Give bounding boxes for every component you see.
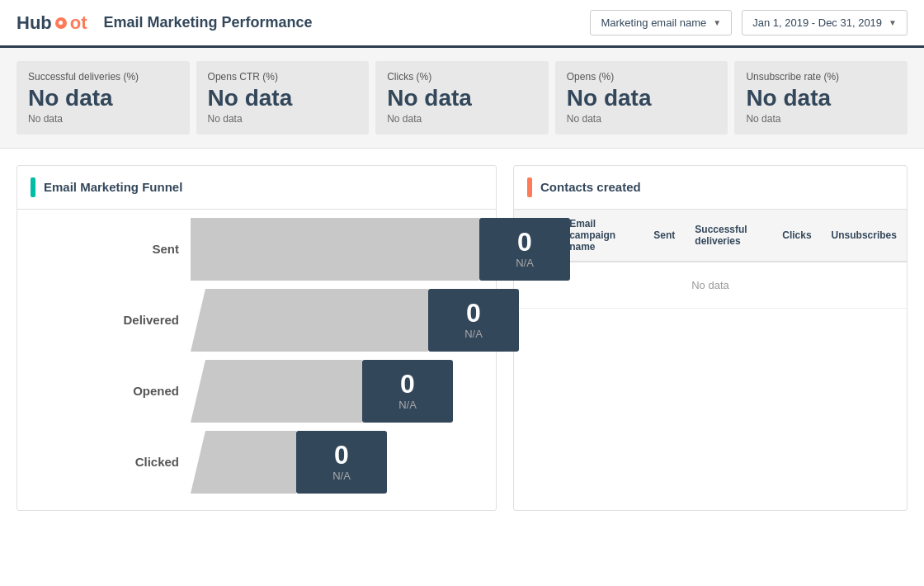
- main-content: Email Marketing Funnel Sent0N/ADelivered…: [0, 149, 924, 527]
- funnel-sub-0: N/A: [516, 257, 534, 269]
- svg-marker-2: [191, 360, 362, 423]
- contacts-table: Date ▼Email campaign nameSentSuccessful …: [514, 210, 907, 309]
- contacts-title: Contacts created: [540, 180, 641, 194]
- contacts-col-5: Unsubscribes: [822, 210, 907, 262]
- funnel-title: Email Marketing Funnel: [44, 180, 182, 194]
- logo-dot: [55, 17, 67, 29]
- email-name-arrow: ▼: [713, 18, 721, 27]
- kpi-label-0: Successful deliveries (%): [28, 71, 178, 83]
- kpi-subtext-2: No data: [387, 113, 537, 125]
- contacts-table-body: No data: [514, 262, 907, 309]
- kpi-card-3: Opens (%) No data No data: [555, 61, 728, 135]
- kpi-subtext-1: No data: [208, 113, 358, 125]
- funnel-value-box-0: 0N/A: [479, 218, 570, 281]
- funnel-num-3: 0: [334, 442, 349, 468]
- kpi-card-2: Clicks (%) No data No data: [375, 61, 549, 135]
- kpi-label-1: Opens CTR (%): [208, 71, 358, 83]
- kpi-subtext-3: No data: [567, 113, 717, 125]
- funnel-num-1: 0: [466, 300, 481, 326]
- funnel-section: Email Marketing Funnel Sent0N/ADelivered…: [16, 165, 497, 511]
- contacts-col-4: Clicks: [772, 210, 821, 262]
- contacts-accent: [527, 177, 532, 197]
- funnel-item-sent: Sent0N/A: [83, 218, 496, 281]
- email-name-dropdown[interactable]: Marketing email name ▼: [590, 10, 732, 35]
- funnel-value-box-2: 0N/A: [362, 360, 453, 423]
- funnel-sub-2: N/A: [398, 399, 417, 411]
- funnel-shape-wrap-0: 0N/A: [191, 218, 570, 281]
- logo-hub-text: Hub: [16, 12, 52, 34]
- svg-marker-3: [191, 431, 296, 494]
- funnel-sub-1: N/A: [464, 328, 483, 340]
- funnel-shape-wrap-2: 0N/A: [191, 360, 453, 423]
- page-title: Email Marketing Performance: [104, 14, 574, 31]
- funnel-visual: Sent0N/ADelivered0N/AOpened0N/AClicked0N…: [17, 210, 496, 510]
- kpi-card-0: Successful deliveries (%) No data No dat…: [16, 61, 190, 135]
- logo-spot-text: ot: [70, 12, 87, 34]
- contacts-table-head: Date ▼Email campaign nameSentSuccessful …: [514, 210, 907, 262]
- kpi-value-4: No data: [746, 86, 896, 111]
- email-name-label: Marketing email name: [601, 17, 706, 29]
- kpi-subtext-0: No data: [28, 113, 178, 125]
- funnel-label-1: Delivered: [83, 313, 191, 327]
- kpi-card-4: Unsubscribe rate (%) No data No data: [734, 61, 908, 135]
- no-data-row: No data: [514, 262, 907, 309]
- kpi-label-4: Unsubscribe rate (%): [746, 71, 896, 83]
- funnel-svg-3: [191, 431, 296, 494]
- svg-marker-1: [191, 289, 428, 352]
- funnel-item-clicked: Clicked0N/A: [83, 431, 496, 494]
- header: Hub ot Email Marketing Performance Marke…: [0, 0, 924, 48]
- kpi-subtext-4: No data: [746, 113, 896, 125]
- funnel-svg-0: [191, 218, 479, 281]
- contacts-section: Contacts created Date ▼Email campaign na…: [513, 165, 908, 511]
- funnel-shape-wrap-3: 0N/A: [191, 431, 387, 494]
- hubspot-logo: Hub ot: [16, 12, 87, 34]
- funnel-item-delivered: Delivered0N/A: [83, 289, 496, 352]
- kpi-label-3: Opens (%): [567, 71, 717, 83]
- kpi-section: Successful deliveries (%) No data No dat…: [0, 48, 924, 149]
- kpi-value-1: No data: [208, 86, 358, 111]
- kpi-value-0: No data: [28, 86, 178, 111]
- contacts-header: Contacts created: [514, 166, 907, 210]
- funnel-item-opened: Opened0N/A: [83, 360, 496, 423]
- funnel-accent: [31, 177, 35, 197]
- date-range-dropdown[interactable]: Jan 1, 2019 - Dec 31, 2019 ▼: [742, 10, 908, 35]
- funnel-header: Email Marketing Funnel: [17, 166, 496, 210]
- contacts-col-1: Email campaign name: [559, 210, 644, 262]
- funnel-value-box-3: 0N/A: [296, 431, 387, 494]
- date-range-label: Jan 1, 2019 - Dec 31, 2019: [752, 17, 882, 29]
- contacts-col-3: Successful deliveries: [685, 210, 772, 262]
- kpi-value-2: No data: [387, 86, 537, 111]
- kpi-card-1: Opens CTR (%) No data No data: [196, 61, 370, 135]
- contacts-table-header-row: Date ▼Email campaign nameSentSuccessful …: [514, 210, 907, 262]
- funnel-svg-1: [191, 289, 428, 352]
- kpi-label-2: Clicks (%): [387, 71, 537, 83]
- funnel-num-2: 0: [400, 371, 415, 397]
- svg-marker-0: [191, 218, 479, 281]
- funnel-value-box-1: 0N/A: [428, 289, 519, 352]
- funnel-label-0: Sent: [83, 242, 191, 256]
- header-controls: Marketing email name ▼ Jan 1, 2019 - Dec…: [590, 10, 908, 35]
- contacts-col-2: Sent: [644, 210, 685, 262]
- funnel-num-0: 0: [517, 229, 532, 255]
- funnel-label-2: Opened: [83, 384, 191, 398]
- no-data-cell: No data: [514, 262, 907, 309]
- funnel-svg-2: [191, 360, 362, 423]
- funnel-sub-3: N/A: [332, 470, 351, 482]
- kpi-value-3: No data: [567, 86, 717, 111]
- logo-inner-dot: [59, 21, 63, 25]
- funnel-label-3: Clicked: [83, 455, 191, 469]
- funnel-shape-wrap-1: 0N/A: [191, 289, 519, 352]
- date-range-arrow: ▼: [889, 18, 897, 27]
